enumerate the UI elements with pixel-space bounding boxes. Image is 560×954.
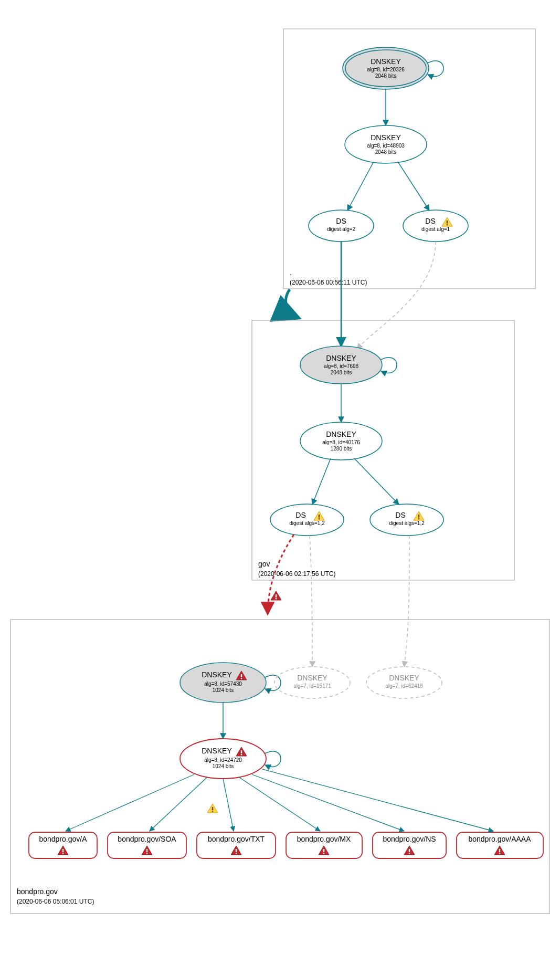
edge-root-zsk-ds2: [398, 162, 429, 211]
edge-zsk-a: [66, 774, 194, 831]
rr-a: bondpro.gov/A: [29, 832, 97, 858]
svg-point-43: [366, 667, 442, 698]
svg-text:DS: DS: [425, 217, 435, 225]
rr-ns: bondpro.gov/NS: [373, 832, 446, 858]
svg-text:alg=7, id=15171: alg=7, id=15171: [293, 683, 331, 689]
edge-govds2-grey2: [404, 536, 409, 667]
warning-icon: [207, 804, 218, 813]
edge-zsk-soa: [150, 777, 207, 831]
svg-point-40: [274, 667, 350, 698]
rr-txt: bondpro.gov/TXT: [197, 832, 276, 858]
svg-rect-20: [252, 320, 514, 580]
zone-gov-label: gov: [258, 560, 270, 568]
edge-govds1-grey1: [310, 536, 312, 667]
rr-row: bondpro.gov/A bondpro.gov/SOA bondpro.go…: [29, 832, 543, 858]
svg-text:bondpro.gov/A: bondpro.gov/A: [39, 835, 87, 843]
edge-zsk-txt: [223, 779, 234, 831]
node-root-ksk: DNSKEY alg=8, id=20326 2048 bits: [343, 47, 429, 89]
svg-point-32: [370, 504, 443, 536]
svg-text:1024 bits: 1024 bits: [213, 763, 234, 769]
svg-point-14: [309, 210, 374, 242]
node-domain-ksk: DNSKEY alg=8, id=57430 1024 bits: [180, 663, 266, 703]
svg-text:DNSKEY: DNSKEY: [202, 747, 232, 755]
svg-rect-35: [10, 620, 550, 914]
svg-text:alg=8, id=57430: alg=8, id=57430: [204, 681, 242, 687]
svg-text:bondpro.gov/TXT: bondpro.gov/TXT: [208, 835, 265, 843]
svg-text:1280 bits: 1280 bits: [331, 446, 352, 452]
svg-text:1024 bits: 1024 bits: [213, 687, 234, 693]
svg-text:alg=8, id=24720: alg=8, id=24720: [204, 757, 242, 763]
edge-zsk-aaaa: [262, 769, 493, 831]
svg-text:digest alg=1: digest alg=1: [421, 226, 450, 232]
zone-root: . (2020-06-06 00:56:11 UTC) DNSKEY alg=8…: [283, 29, 535, 289]
rr-soa: bondpro.gov/SOA: [108, 832, 186, 858]
edge-zsk-mx: [239, 777, 320, 831]
error-icon: [271, 591, 281, 600]
node-gov-ds2: DS digest algs=1,2: [370, 504, 443, 536]
svg-text:DNSKEY: DNSKEY: [389, 674, 419, 682]
node-root-zsk: DNSKEY alg=8, id=48903 2048 bits: [345, 125, 427, 163]
svg-text:DS: DS: [295, 511, 305, 519]
rr-mx: bondpro.gov/MX: [286, 832, 362, 858]
node-root-ds2: DS digest alg=1: [403, 210, 468, 242]
svg-text:digest algs=1,2: digest algs=1,2: [389, 520, 425, 526]
edge-gov-zsk-ds1: [312, 458, 331, 505]
node-domain-grey2: DNSKEY alg=7, id=62418: [366, 667, 442, 698]
svg-text:digest alg=2: digest alg=2: [327, 226, 356, 232]
svg-text:DNSKEY: DNSKEY: [326, 354, 356, 362]
svg-text:alg=8, id=40176: alg=8, id=40176: [322, 439, 360, 445]
node-domain-zsk: DNSKEY alg=8, id=24720 1024 bits: [180, 739, 266, 779]
zone-root-label: .: [290, 268, 292, 277]
node-gov-zsk: DNSKEY alg=8, id=40176 1280 bits: [300, 422, 382, 460]
svg-text:DNSKEY: DNSKEY: [297, 674, 327, 682]
svg-text:2048 bits: 2048 bits: [331, 370, 352, 375]
svg-text:DS: DS: [336, 217, 346, 225]
edge-root-ksk-self: [428, 61, 443, 77]
zone-gov: gov (2020-06-06 02:17:56 UTC) DNSKEY alg…: [252, 242, 514, 580]
svg-text:alg=8, id=20326: alg=8, id=20326: [367, 67, 405, 72]
node-gov-ksk: DNSKEY alg=8, id=7698 2048 bits: [300, 346, 382, 384]
svg-text:alg=8, id=7698: alg=8, id=7698: [324, 363, 359, 369]
svg-text:bondpro.gov/MX: bondpro.gov/MX: [297, 835, 351, 843]
rr-aaaa: bondpro.gov/AAAA: [457, 832, 543, 858]
svg-text:2048 bits: 2048 bits: [375, 149, 397, 155]
svg-text:digest algs=1,2: digest algs=1,2: [289, 520, 325, 526]
svg-text:bondpro.gov/NS: bondpro.gov/NS: [383, 835, 436, 843]
svg-point-29: [270, 504, 344, 536]
zone-domain: bondpro.gov (2020-06-06 05:06:01 UTC) DN…: [10, 620, 550, 914]
zone-domain-ts: (2020-06-06 05:06:01 UTC): [17, 898, 94, 905]
svg-text:bondpro.gov/AAAA: bondpro.gov/AAAA: [468, 835, 531, 843]
dnssec-diagram: . (2020-06-06 00:56:11 UTC) DNSKEY alg=8…: [0, 0, 560, 954]
edge-root-zsk-ds1: [347, 162, 374, 211]
edge-dom-ksk-self: [265, 675, 281, 691]
svg-text:DNSKEY: DNSKEY: [371, 57, 401, 66]
node-domain-grey1: DNSKEY alg=7, id=15171: [274, 667, 350, 698]
edge-rootds2-govksk: [357, 242, 436, 349]
zone-gov-ts: (2020-06-06 02:17:56 UTC): [258, 570, 335, 578]
svg-point-17: [403, 210, 468, 242]
node-root-ds1: DS digest alg=2: [309, 210, 374, 242]
svg-text:DNSKEY: DNSKEY: [202, 670, 232, 679]
svg-text:DNSKEY: DNSKEY: [326, 430, 356, 438]
zone-domain-label: bondpro.gov: [17, 887, 58, 896]
svg-text:DS: DS: [395, 511, 405, 519]
edge-dom-zsk-self: [265, 751, 281, 767]
edge-gov-ksk-self: [381, 358, 397, 373]
edge-gov-zsk-ds2: [354, 458, 399, 505]
edge-zsk-ns: [252, 774, 404, 831]
svg-text:alg=7, id=62418: alg=7, id=62418: [385, 683, 423, 689]
svg-text:bondpro.gov/SOA: bondpro.gov/SOA: [118, 835, 176, 843]
svg-text:alg=8, id=48903: alg=8, id=48903: [367, 143, 405, 149]
zone-root-ts: (2020-06-06 00:56:11 UTC): [290, 279, 367, 286]
node-gov-ds1: DS digest algs=1,2: [270, 504, 344, 536]
svg-text:2048 bits: 2048 bits: [375, 73, 397, 79]
zone-arrow-root-gov: [286, 289, 299, 318]
svg-text:DNSKEY: DNSKEY: [371, 133, 401, 142]
